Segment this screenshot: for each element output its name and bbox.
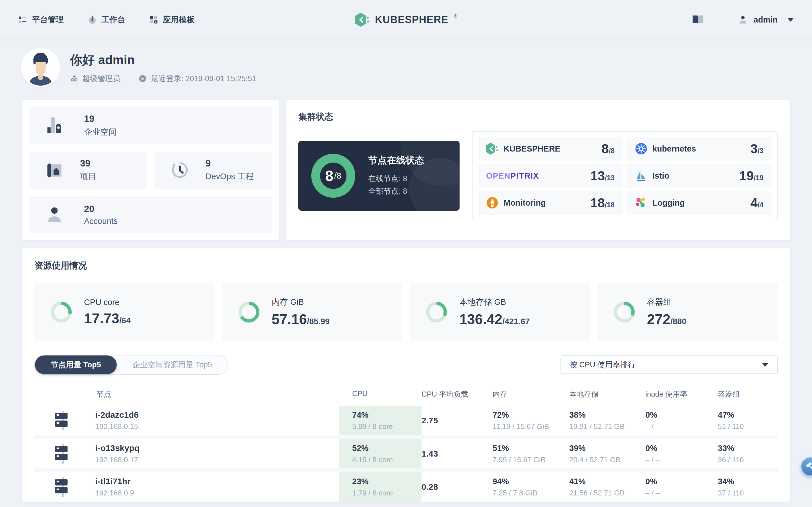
col-memory: 内存: [493, 389, 569, 399]
time-icon: [139, 74, 147, 83]
table-row[interactable]: i-o13skypq 192.168.0.17 52% 4.15 / 8 cor…: [35, 439, 777, 468]
avatar: [22, 50, 59, 86]
logging-icon: [635, 196, 647, 209]
brand-registered-mark: ®: [454, 14, 457, 19]
resource-card-storage: 本地存储 GB 136.42/421.67: [410, 283, 590, 341]
cluster-status-title: 集群状态: [298, 111, 777, 123]
resource-total: /421.67: [502, 317, 530, 326]
node-status-title: 节点在线状态: [368, 154, 424, 167]
storage-cell: 39% 20.4 / 52.71 GB: [569, 439, 645, 468]
tab-node-usage-top5[interactable]: 节点用量 Top5: [35, 355, 117, 374]
storage-cell: 38% 19.91 / 52.71 GB: [569, 406, 645, 435]
component-value: 19: [739, 168, 754, 183]
summary-tile-devops[interactable]: 9 DevOps 工程: [154, 152, 272, 189]
component-value: 3: [751, 141, 758, 156]
cpu-cell: 52% 4.15 / 8 core: [339, 439, 421, 468]
nav-label: 平台管理: [32, 14, 64, 25]
col-storage: 本地存储: [569, 389, 645, 399]
component-value: 18: [591, 195, 605, 210]
nav-label: 应用模板: [163, 14, 195, 25]
platform-icon: [18, 15, 28, 24]
resource-used: 136.42: [459, 311, 502, 328]
summary-value: 39: [80, 158, 96, 169]
nav-app-templates[interactable]: 应用模板: [149, 14, 195, 25]
storage-usage-ring: [425, 301, 448, 323]
component-total: /18: [605, 201, 615, 209]
summary-label: 项目: [80, 171, 96, 182]
col-node: 节点: [35, 389, 339, 399]
resource-card-memory: 内存 GiB 57.16/85.99: [222, 283, 403, 341]
node-icon: [52, 443, 73, 464]
summary-tile-accounts[interactable]: 20 Accounts: [29, 196, 272, 233]
project-icon: [45, 161, 64, 179]
sort-select[interactable]: 按 CPU 使用率排行: [560, 355, 777, 374]
pods-usage-ring: [613, 301, 635, 323]
component-total: /4: [758, 201, 763, 209]
node-name: i-o13skypq: [95, 443, 140, 453]
pods-cell: 47% 51 / 110: [718, 406, 777, 435]
last-login-label: 最近登录: 2019-09-01 15:25:51: [151, 73, 256, 83]
docs-button[interactable]: [692, 14, 704, 25]
pods-cell: 34% 37 / 110: [718, 472, 777, 502]
nodes-online-line: 在线节点: 8: [368, 172, 424, 185]
user-menu[interactable]: admin: [738, 15, 794, 25]
col-pods: 容器组: [718, 389, 777, 399]
summary-tile-workspaces[interactable]: 19 企业空间: [29, 107, 272, 144]
memory-cell: 51% 7.95 / 15.67 GiB: [493, 439, 569, 468]
resource-label: 本地存储 GB: [459, 297, 530, 308]
component-logging: Logging 4/4: [626, 191, 772, 215]
col-cpu-load: CPU 平均负载: [421, 389, 493, 399]
tab-workspace-usage-top5[interactable]: 企业空间资源用量 Top5: [117, 355, 228, 374]
node-ip: 192.168.0.17: [95, 455, 140, 464]
brand-text: KUBESPHERE: [375, 14, 448, 25]
summary-label: Accounts: [84, 217, 117, 226]
nav-platform-management[interactable]: 平台管理: [18, 14, 64, 25]
user-icon: [738, 15, 748, 25]
table-row[interactable]: i-2dazc1d6 192.168.0.15 74% 5.89 / 8 cor…: [35, 406, 777, 435]
inode-cell: 0% – / –: [645, 439, 718, 468]
summary-label: 企业空间: [84, 126, 117, 138]
nodes-total-count: /8: [334, 171, 341, 180]
summary-value: 9: [206, 158, 254, 169]
cpu-usage-ring: [50, 301, 72, 323]
resource-usage-panel: 资源使用情况 CPU core 17.73/64 内存 GiB 57.16/85…: [22, 248, 790, 502]
table-row[interactable]: i-tl1i71hr 192.168.0.9 23% 1.79 / 8 core…: [35, 472, 777, 502]
component-name: Monitoring: [504, 198, 546, 208]
resource-used: 272: [647, 311, 670, 328]
storage-cell: 41% 21.56 / 52.71 GB: [569, 472, 645, 502]
nav-label: 工作台: [101, 14, 125, 25]
components-panel: KUBESPHERE 8/8 kubernetes 3/3 OPENP!TRIX…: [472, 131, 777, 220]
component-total: /19: [754, 174, 763, 182]
resource-label: 内存 GiB: [272, 297, 330, 308]
last-login: 最近登录: 2019-09-01 15:25:51: [139, 73, 256, 83]
summary-tile-projects[interactable]: 39 项目: [29, 152, 147, 189]
component-name: Istio: [652, 171, 669, 180]
chevron-down-icon: [787, 18, 794, 22]
nav-workbench[interactable]: 工作台: [87, 14, 125, 25]
user-name: admin: [754, 15, 777, 24]
component-monitoring: Monitoring 18/18: [477, 191, 623, 215]
cpu-load-cell: 0.28: [421, 472, 493, 502]
resource-used: 17.73: [84, 311, 119, 327]
resource-card-cpu: CPU core 17.73/64: [35, 283, 215, 341]
usage-tab-group: 节点用量 Top5 企业空间资源用量 Top5: [35, 355, 229, 375]
workbench-icon: [87, 15, 97, 24]
resource-card-pods: 容器组 272/880: [598, 283, 778, 341]
table-rows: i-2dazc1d6 192.168.0.15 74% 5.89 / 8 cor…: [35, 406, 777, 502]
col-cpu: CPU: [339, 389, 421, 399]
node-online-status-card[interactable]: 8/8 节点在线状态 在线节点: 8 全部节点: 8: [298, 141, 460, 211]
component-openpitrix: OPENP!TRIX 13/13: [477, 164, 623, 187]
component-value: 13: [591, 168, 605, 183]
istio-icon: [635, 170, 647, 182]
top-nav: 平台管理 工作台 应用模板 KUBESPHERE® admin: [0, 0, 812, 40]
brand-logo[interactable]: KUBESPHERE®: [355, 11, 457, 28]
workspace-icon: [45, 116, 64, 135]
component-kubesphere: KUBESPHERE 8/8: [477, 137, 623, 161]
node-ip: 192.168.0.15: [95, 422, 139, 431]
node-name: i-tl1i71hr: [95, 476, 134, 486]
component-value: 4: [751, 195, 758, 210]
resource-label: 容器组: [647, 297, 687, 308]
monitoring-icon: [486, 196, 499, 209]
node-usage-table: 节点 CPU CPU 平均负载 内存 本地存储 inode 使用率 容器组: [35, 384, 777, 502]
component-value: 8: [602, 141, 609, 156]
